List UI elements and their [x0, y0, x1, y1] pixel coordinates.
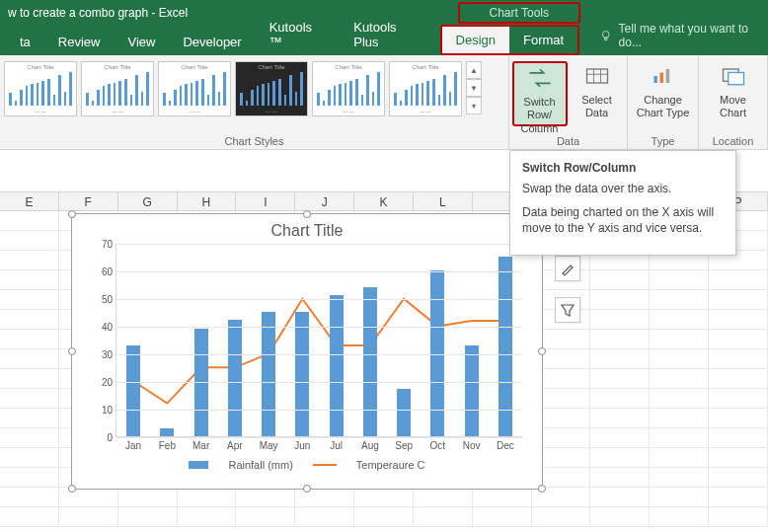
cell[interactable] [473, 507, 532, 527]
cell[interactable] [0, 330, 59, 349]
bar[interactable] [397, 389, 411, 436]
cell[interactable] [118, 488, 178, 507]
cell[interactable] [709, 330, 768, 349]
tab-data[interactable]: ta [6, 29, 44, 55]
cell[interactable] [590, 488, 650, 507]
cell[interactable] [590, 507, 650, 527]
cell[interactable] [590, 409, 650, 428]
cell[interactable] [709, 448, 768, 468]
column-header[interactable]: I [236, 192, 295, 211]
cell[interactable] [650, 448, 709, 468]
cell[interactable] [650, 389, 709, 409]
bar[interactable] [262, 312, 275, 436]
cell[interactable] [0, 507, 59, 527]
cell[interactable] [709, 369, 768, 389]
cell[interactable] [0, 448, 59, 468]
tab-view[interactable]: View [114, 29, 169, 55]
cell[interactable] [709, 507, 768, 527]
tab-review[interactable]: Review [44, 29, 115, 55]
cell[interactable] [178, 488, 237, 507]
cell[interactable] [590, 369, 650, 389]
cell[interactable] [473, 488, 532, 507]
cell[interactable] [0, 349, 59, 369]
cell[interactable] [0, 468, 59, 488]
cell[interactable] [532, 507, 591, 527]
cell[interactable] [650, 507, 709, 527]
column-header[interactable]: J [295, 192, 354, 211]
bar[interactable] [160, 428, 174, 436]
style-gallery-nav[interactable]: ▲ [466, 61, 482, 79]
cell[interactable] [0, 211, 59, 231]
cell[interactable] [590, 448, 650, 468]
cell[interactable] [0, 310, 59, 330]
cell[interactable] [354, 488, 414, 507]
chart-styles-button[interactable] [555, 256, 580, 281]
cell[interactable] [0, 231, 59, 251]
cell[interactable] [650, 349, 709, 369]
cell[interactable] [59, 507, 118, 527]
cell[interactable] [709, 468, 768, 488]
tab-format[interactable]: Format [509, 27, 577, 53]
chart-title[interactable]: Chart Title [72, 214, 542, 244]
column-header[interactable]: F [59, 192, 118, 211]
cell[interactable] [236, 507, 295, 527]
cell[interactable] [650, 409, 709, 428]
bar[interactable] [228, 320, 242, 436]
select-data-button[interactable]: Select Data [570, 61, 625, 126]
chart-style-thumb[interactable]: Chart Title— — [158, 61, 231, 116]
resize-handle[interactable] [68, 347, 76, 355]
style-gallery-nav[interactable]: ▼ [466, 79, 482, 97]
column-header[interactable]: G [118, 192, 178, 211]
cell[interactable] [650, 468, 709, 488]
chart-style-thumb[interactable]: Chart Title— — [235, 61, 308, 116]
resize-handle[interactable] [303, 485, 311, 493]
cell[interactable] [236, 488, 295, 507]
cell[interactable] [650, 290, 709, 310]
cell[interactable] [178, 507, 237, 527]
cell[interactable] [0, 428, 59, 448]
bar[interactable] [295, 312, 309, 436]
resize-handle[interactable] [303, 210, 311, 218]
cell[interactable] [354, 507, 414, 527]
tell-me[interactable]: Tell me what you want to do... [599, 22, 768, 55]
cell[interactable] [590, 290, 650, 310]
cell[interactable] [118, 507, 178, 527]
cell[interactable] [709, 310, 768, 330]
bar[interactable] [330, 295, 344, 436]
tab-design[interactable]: Design [442, 27, 509, 53]
embedded-chart[interactable]: Chart Title JanFebMarAprMayJunJulAugSepO… [71, 213, 543, 490]
tab-developer[interactable]: Developer [169, 29, 255, 55]
bar[interactable] [363, 287, 377, 436]
bar[interactable] [465, 345, 479, 436]
chart-style-thumb[interactable]: Chart Title— — [81, 61, 154, 116]
cell[interactable] [650, 330, 709, 349]
cell[interactable] [709, 428, 768, 448]
cell[interactable] [0, 251, 59, 270]
column-header[interactable]: E [0, 192, 59, 211]
chart-style-thumb[interactable]: Chart Title— — [312, 61, 385, 116]
chart-style-thumb[interactable]: Chart Title— — [4, 61, 77, 116]
cell[interactable] [0, 270, 59, 290]
cell[interactable] [650, 310, 709, 330]
resize-handle[interactable] [68, 485, 76, 493]
cell[interactable] [0, 488, 59, 507]
cell[interactable] [709, 290, 768, 310]
move-chart-button[interactable]: Move Chart [706, 61, 761, 126]
chart-style-thumb[interactable]: Chart Title— — [389, 61, 462, 116]
cell[interactable] [650, 488, 709, 507]
cell[interactable] [650, 369, 709, 389]
cell[interactable] [650, 428, 709, 448]
cell[interactable] [590, 310, 650, 330]
cell[interactable] [709, 409, 768, 428]
switch-row-column-button[interactable]: Switch Row/ Column [512, 61, 568, 126]
cell[interactable] [709, 270, 768, 290]
column-header[interactable]: K [354, 192, 414, 211]
cell[interactable] [650, 270, 709, 290]
chart-filter-button[interactable] [555, 297, 580, 323]
cell[interactable] [709, 488, 768, 507]
cell[interactable] [590, 389, 650, 409]
cell[interactable] [414, 507, 473, 527]
bar[interactable] [126, 345, 140, 436]
cell[interactable] [0, 290, 59, 310]
resize-handle[interactable] [538, 347, 546, 355]
